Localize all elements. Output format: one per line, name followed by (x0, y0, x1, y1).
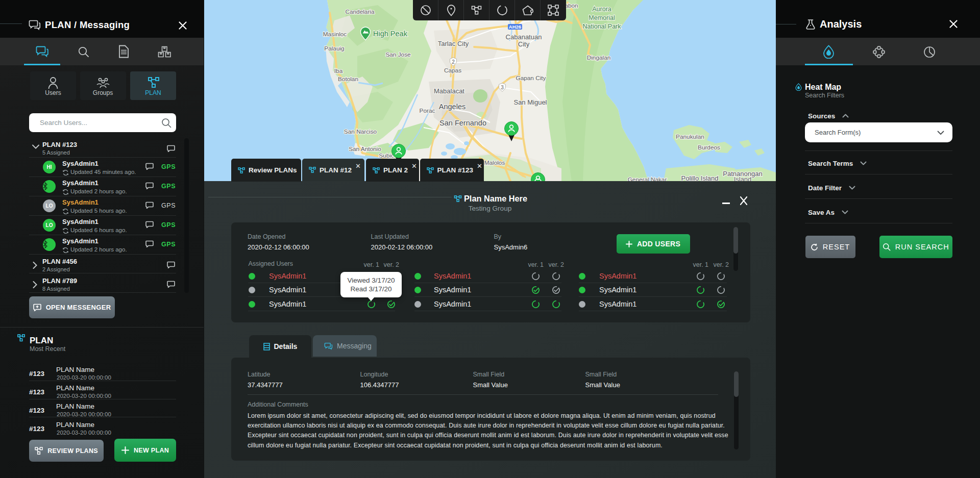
svg-text:Tarlac City: Tarlac City (438, 40, 469, 47)
svg-text:Botolan: Botolan (338, 76, 358, 83)
svg-text:Candelaria: Candelaria (345, 8, 374, 15)
svg-text:Panukulan: Panukulan (676, 133, 704, 140)
svg-text:General Nakar: General Nakar (628, 176, 667, 181)
svg-text:Masinloc: Masinloc (323, 31, 347, 38)
svg-text:City: City (518, 40, 530, 48)
svg-text:2: 2 (452, 59, 455, 65)
svg-text:San Miguel: San Miguel (513, 98, 547, 106)
svg-text:Aurora: Aurora (592, 6, 611, 13)
svg-text:Iba: Iba (334, 67, 343, 74)
svg-text:San Narciso: San Narciso (344, 128, 377, 135)
svg-text:San Jose: San Jose (385, 51, 411, 58)
svg-text:Malolos: Malolos (484, 159, 505, 166)
svg-text:Gapan City: Gapan City (516, 74, 546, 82)
svg-text:Porac: Porac (420, 107, 435, 114)
svg-text:San Antonio: San Antonio (349, 145, 381, 153)
svg-text:Subic: Subic (379, 152, 394, 159)
svg-text:National Park: National Park (582, 23, 621, 30)
svg-text:Cabanatuan: Cabanatuan (506, 33, 542, 41)
svg-text:Angeles: Angeles (439, 103, 465, 111)
svg-text:Palauig: Palauig (324, 45, 344, 52)
svg-text:High Peak: High Peak (373, 30, 408, 38)
svg-text:AH26: AH26 (509, 24, 521, 30)
svg-text:Memorial: Memorial (589, 14, 615, 21)
svg-text:Mabalacat: Mabalacat (434, 87, 464, 95)
svg-text:3: 3 (501, 85, 504, 90)
svg-text:Dingalan: Dingalan (587, 54, 611, 61)
svg-text:Burdeos: Burdeos (698, 144, 720, 151)
svg-text:Island: Island (734, 175, 752, 181)
svg-text:Capas: Capas (444, 67, 461, 74)
svg-text:San Fernando: San Fernando (439, 119, 486, 127)
svg-text:Polillo Island: Polillo Island (681, 174, 719, 181)
